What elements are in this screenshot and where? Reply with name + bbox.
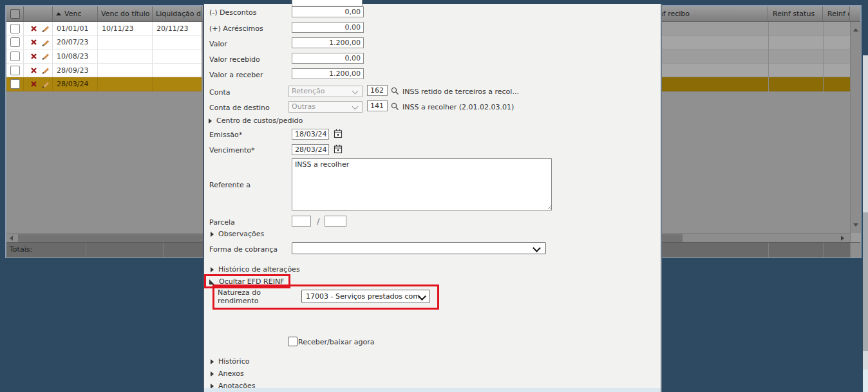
- section-historico[interactable]: Histórico: [211, 357, 249, 366]
- parcela-input-1[interactable]: [292, 216, 311, 227]
- collapsed-arrow-icon: [209, 118, 212, 124]
- conta-descricao: INSS retido de terceiros a recol...: [402, 88, 519, 96]
- section-observacoes[interactable]: Observações: [211, 230, 264, 238]
- column-header-label: Liquidação d: [156, 10, 201, 18]
- field-label: Parcela: [209, 218, 235, 227]
- row-checkbox-cell: [6, 64, 24, 77]
- cell-venc: 01/01/01: [57, 24, 88, 33]
- section-label: Histórico de alterações: [218, 265, 300, 274]
- divider: [768, 243, 769, 257]
- scroll-left-icon[interactable]: [10, 236, 13, 241]
- row-checkbox[interactable]: [10, 37, 20, 47]
- calendar-icon[interactable]: [334, 144, 343, 154]
- scrollbar-header-corner: [850, 6, 860, 21]
- receber-baixar-checkbox[interactable]: [288, 337, 297, 346]
- field-label: Valor recebido: [209, 55, 260, 64]
- referente-textarea[interactable]: INSS a recolher: [292, 158, 552, 210]
- column-header-label: Venc do título: [101, 10, 150, 18]
- delete-icon[interactable]: [31, 81, 37, 87]
- calendar-icon[interactable]: [334, 129, 343, 138]
- scrollbar-bottom: [863, 369, 868, 392]
- edit-pencil-icon[interactable]: [42, 24, 50, 32]
- resize-grip-icon[interactable]: [547, 205, 552, 210]
- row-checkbox-cell: [6, 36, 24, 50]
- table-row[interactable]: 28/09/23: [6, 64, 202, 78]
- row-checkbox[interactable]: [10, 24, 20, 33]
- browser-scrollbar: [863, 0, 868, 392]
- field-label: (-) Descontos: [209, 8, 257, 17]
- table-row[interactable]: 01/01/01 10/11/23 20/11/23: [6, 22, 202, 36]
- section-centro-de-custos[interactable]: Centro de custos/pedido: [209, 117, 303, 125]
- row-checkbox[interactable]: [10, 79, 20, 89]
- delete-icon[interactable]: [31, 39, 37, 45]
- column-header-venc: Venc: [53, 6, 98, 21]
- scrollbar-thumb[interactable]: [863, 212, 868, 351]
- row-actions-cell: [24, 77, 53, 91]
- vencimento-input[interactable]: 28/03/24: [292, 144, 329, 155]
- field-label: Forma de cobrança: [209, 245, 278, 254]
- valor-recebido-input[interactable]: 0,00: [292, 53, 364, 64]
- edit-pencil-icon[interactable]: [42, 52, 50, 60]
- row-actions-cell: [24, 36, 53, 50]
- table-row: [650, 50, 850, 64]
- field-label: Emissão*: [209, 131, 242, 139]
- edit-pencil-icon[interactable]: [42, 66, 50, 74]
- valor-input[interactable]: 1.200,00: [292, 37, 364, 48]
- column-header-liquidacao: Liquidação d: [153, 6, 202, 21]
- delete-icon[interactable]: [31, 68, 37, 73]
- scroll-right-icon[interactable]: [841, 236, 844, 241]
- parcela-input-2[interactable]: [325, 216, 346, 227]
- grid-rows: 01/01/01 10/11/23 20/11/23 20/07/23: [6, 22, 202, 91]
- sort-ascending-icon: [56, 12, 61, 15]
- edit-pencil-icon[interactable]: [42, 39, 50, 46]
- delete-icon[interactable]: [31, 26, 37, 32]
- search-icon[interactable]: [391, 87, 399, 95]
- scroll-up-icon[interactable]: [853, 28, 858, 32]
- conta-destino-tipo-select: Outras: [288, 101, 363, 113]
- grid-vertical-scrollbar[interactable]: [850, 22, 861, 233]
- row-actions-cell: [24, 50, 53, 63]
- emissao-input[interactable]: 18/03/24: [292, 129, 329, 140]
- cropped-input[interactable]: [292, 0, 363, 6]
- detail-form-panel: (-) Descontos 0,00 (+) Acréscimos 0,00 V…: [203, 0, 662, 392]
- delete-icon[interactable]: [31, 53, 37, 59]
- section-anexos[interactable]: Anexos: [211, 369, 244, 378]
- divider: [163, 243, 164, 257]
- totals-label: Totais:: [10, 245, 32, 254]
- natureza-rendimento-select[interactable]: 17003 - Serviços prestados com: [301, 290, 430, 303]
- forma-cobranca-select[interactable]: [292, 242, 546, 254]
- cell-venc: 28/09/23: [57, 66, 88, 75]
- edit-pencil-icon[interactable]: [42, 80, 50, 88]
- parcela-separator: /: [317, 216, 319, 226]
- section-historico-de-alteracoes[interactable]: Histórico de alterações: [211, 265, 300, 274]
- collapsed-arrow-icon: [211, 359, 214, 364]
- collapsed-arrow-icon: [211, 232, 214, 237]
- table-row[interactable]: 10/08/23: [6, 50, 202, 64]
- field-label: Valor: [209, 40, 227, 48]
- descontos-input[interactable]: 0,00: [292, 6, 364, 17]
- field-label: Vencimento*: [209, 146, 255, 154]
- table-row: [650, 36, 850, 50]
- table-row[interactable]: 20/07/23: [6, 36, 202, 50]
- search-icon[interactable]: [391, 102, 399, 111]
- scroll-down-icon[interactable]: [853, 223, 858, 227]
- cell-venc: 10/08/23: [57, 52, 88, 61]
- cell-venc: 20/07/23: [57, 38, 88, 46]
- section-ocultar-efd-reinf[interactable]: Ocultar EFD REINF: [209, 277, 284, 286]
- conta-codigo-input[interactable]: 162: [367, 85, 388, 96]
- column-divider: [768, 22, 769, 91]
- acrescimos-input[interactable]: 0,00: [292, 22, 364, 33]
- field-label: Referente a: [209, 181, 250, 189]
- valor-a-receber-input[interactable]: 1.200,00: [292, 68, 364, 79]
- divider: [823, 243, 824, 257]
- section-label: Centro de custos/pedido: [216, 117, 303, 125]
- table-row-selected[interactable]: 28/03/24: [6, 77, 202, 91]
- row-checkbox[interactable]: [10, 51, 20, 61]
- collapsed-arrow-icon: [211, 371, 214, 377]
- conta-destino-codigo-input[interactable]: 141: [367, 100, 388, 111]
- field-label: Conta de destino: [209, 104, 270, 112]
- field-label: (+) Acréscimos: [209, 24, 263, 33]
- totals-corner: [850, 243, 861, 257]
- row-checkbox[interactable]: [10, 66, 20, 75]
- cell-liquidacao: 20/11/23: [156, 24, 188, 33]
